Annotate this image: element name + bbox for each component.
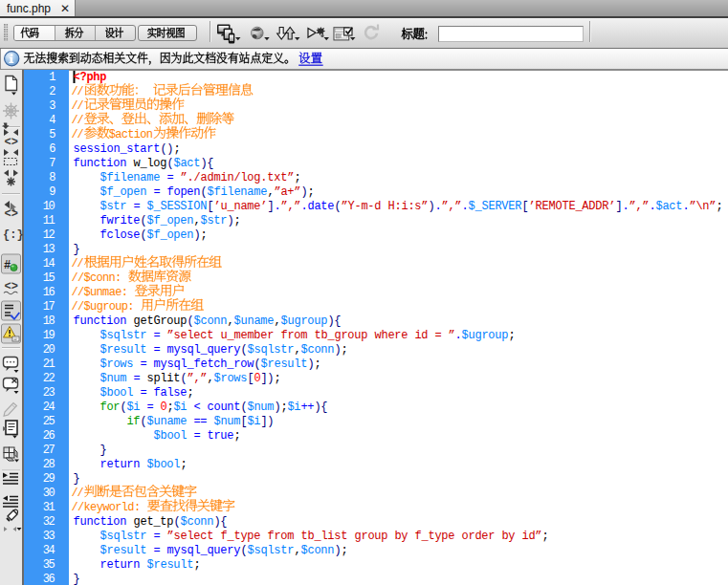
- svg-text:$f_open: $f_open: [147, 214, 194, 228]
- svg-text:tb_group: tb_group: [315, 329, 368, 342]
- svg-text:$f_open: $f_open: [147, 228, 194, 242]
- svg-text:<>: <>: [5, 207, 18, 221]
- svg-text:$uname: $uname: [147, 415, 188, 428]
- svg-text:”,”: ”,”: [442, 200, 462, 213]
- svg-text:;: ;: [542, 530, 549, 543]
- svg-text:where: where: [375, 329, 408, 342]
- svg-text:getGroup: getGroup: [134, 314, 188, 328]
- svg-text:date: date: [308, 200, 335, 213]
- svg-text:}: }: [74, 243, 80, 256]
- svg-text:=: =: [141, 386, 147, 400]
- svg-text:session_start: session_start: [74, 142, 161, 156]
- svg-text://: //: [72, 99, 84, 113]
- svg-text://: //: [72, 487, 84, 500]
- svg-text:34: 34: [43, 544, 55, 557]
- svg-text:){: ){: [315, 401, 328, 414]
- svg-text:16: 16: [43, 286, 55, 299]
- svg-text:$act: $act: [174, 157, 201, 170]
- svg-text:f_type: f_type: [415, 530, 455, 543]
- svg-text:mysql_query: mysql_query: [167, 343, 241, 357]
- svg-text:$i: $i: [174, 401, 188, 414]
- svg-text:$rows: $rows: [214, 372, 248, 385]
- svg-text:=: =: [134, 372, 141, 385]
- svg-text:6: 6: [49, 142, 55, 156]
- svg-text:19: 19: [43, 329, 55, 342]
- svg-text://: //: [72, 128, 84, 141]
- svg-text:35: 35: [43, 558, 55, 572]
- svg-text:fopen: fopen: [167, 185, 201, 199]
- svg-text:5: 5: [49, 128, 55, 141]
- svg-text:;: ;: [174, 142, 181, 156]
- svg-text:<?php: <?php: [74, 71, 107, 84]
- svg-text://: //: [72, 85, 84, 98]
- svg-text:$i: $i: [127, 401, 141, 414]
- svg-text:$bool: $bool: [100, 386, 134, 400]
- svg-text:if: if: [127, 415, 141, 428]
- svg-text:$_SESSION: $_SESSION: [147, 200, 208, 213]
- svg-text:8: 8: [49, 171, 55, 184]
- svg-text:$f_open: $f_open: [100, 185, 147, 199]
- svg-text:$ugroup: $ugroup: [281, 314, 328, 328]
- svg-text:;: ;: [717, 200, 723, 213]
- svg-text:;: ;: [194, 558, 201, 572]
- svg-text:$act: $act: [656, 200, 683, 213]
- svg-text:’REMOTE_ADDR’: ’REMOTE_ADDR’: [529, 200, 616, 213]
- svg-text:15: 15: [43, 271, 55, 285]
- svg-text:31: 31: [43, 501, 55, 514]
- svg-text:tb_list: tb_list: [301, 530, 348, 543]
- svg-text:]): ]): [261, 415, 275, 428]
- svg-text:14: 14: [43, 257, 55, 271]
- svg-text:}: }: [74, 573, 80, 585]
- svg-text:by: by: [502, 530, 516, 543]
- svg-text:7: 7: [49, 157, 55, 170]
- svg-text:30: 30: [43, 487, 55, 500]
- svg-text:w_log: w_log: [134, 157, 167, 170]
- svg-text:”Y-m-d: ”Y-m-d: [342, 200, 382, 213]
- svg-text://: //: [72, 257, 84, 271]
- svg-text:$str: $str: [100, 200, 127, 213]
- svg-text:=: =: [147, 401, 154, 414]
- svg-text:$bool: $bool: [154, 429, 188, 443]
- svg-text:29: 29: [43, 472, 55, 486]
- svg-text:$num: $num: [248, 401, 275, 414]
- svg-text:12: 12: [43, 228, 55, 242]
- svg-text:11: 11: [43, 214, 55, 228]
- svg-text:3: 3: [49, 99, 55, 113]
- svg-text:from: from: [281, 329, 308, 342]
- svg-text:){: ){: [214, 515, 228, 529]
- svg-text:”\n”: ”\n”: [690, 200, 717, 213]
- svg-text:<>: <>: [5, 136, 18, 149]
- svg-text:;: ;: [181, 458, 188, 471]
- svg-text:27: 27: [43, 444, 55, 457]
- svg-text:f_type: f_type: [221, 530, 261, 543]
- svg-text:group: group: [355, 530, 388, 543]
- svg-text:;: ;: [342, 544, 348, 557]
- svg-text:=: =: [435, 329, 442, 342]
- svg-text:$result: $result: [261, 358, 308, 371]
- svg-text:28: 28: [43, 458, 55, 471]
- svg-text:21: 21: [43, 358, 55, 371]
- svg-text:”,”: ”,”: [281, 200, 301, 213]
- svg-text:get_tp: get_tp: [134, 515, 174, 529]
- svg-text:”select: ”select: [167, 530, 214, 543]
- svg-text:$sqlstr: $sqlstr: [100, 329, 147, 342]
- svg-text:#: #: [4, 259, 11, 272]
- svg-text:;: ;: [295, 171, 301, 184]
- svg-text:1: 1: [49, 71, 55, 84]
- svg-text:25: 25: [43, 415, 55, 428]
- svg-text:]): ]): [261, 372, 275, 385]
- svg-text:}: }: [74, 472, 80, 486]
- svg-text:id”: id”: [522, 530, 542, 543]
- svg-text:10: 10: [43, 200, 55, 213]
- svg-text:order: order: [462, 530, 496, 543]
- svg-text:(): (): [161, 142, 174, 156]
- svg-text:”,”: ”,”: [629, 200, 650, 213]
- svg-text:$action: $action: [109, 128, 153, 141]
- svg-text:”./admin/log.txt”: ”./admin/log.txt”: [181, 171, 295, 184]
- svg-text:24: 24: [43, 401, 55, 414]
- svg-text:count: count: [208, 401, 241, 414]
- svg-text:$result: $result: [147, 558, 194, 572]
- svg-text:9: 9: [49, 185, 55, 199]
- svg-text:$num: $num: [214, 415, 241, 428]
- svg-text:{:}: {:}: [3, 228, 24, 242]
